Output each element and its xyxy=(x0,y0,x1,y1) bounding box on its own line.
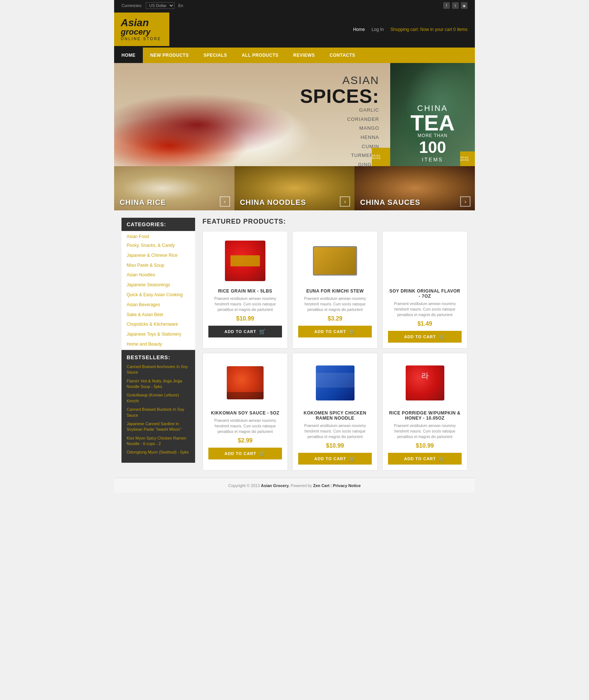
read-more-badge[interactable]: READ MORE xyxy=(372,148,390,166)
logo[interactable]: Asian grocery ONLINE STORE xyxy=(114,13,169,46)
top-bar-left: Currencies: US Dollar En xyxy=(121,2,183,9)
spice-coriander: CORIANDER xyxy=(300,115,379,124)
header-nav-top: Home Log In Shopping cart: Now in your c… xyxy=(353,27,468,32)
main-nav: HOME NEW PRODUCTS SPECIALS ALL PRODUCTS … xyxy=(114,48,475,63)
bestsellers-section: BESTSELLERS: Canned Braised Anchovies In… xyxy=(121,350,195,463)
top-bar: Currencies: US Dollar En f t ◆ xyxy=(114,0,475,11)
product-price-3: $1.49 xyxy=(388,321,462,327)
cat-tile-rice[interactable]: CHINA RICE › xyxy=(114,166,234,210)
product-price-4: $2.99 xyxy=(208,437,282,444)
product-name-4: KIKKOMAN SOY SAUCE - 5OZ xyxy=(208,410,282,416)
currencies-label: Currencies: xyxy=(121,3,142,8)
facebook-icon[interactable]: f xyxy=(443,2,450,9)
product-img-area-6: 라 xyxy=(388,359,462,407)
logo-line3: ONLINE STORE xyxy=(121,37,161,41)
sidebar-item-miso[interactable]: Miso Paste & Soup xyxy=(121,260,195,270)
home-link[interactable]: Home xyxy=(353,27,365,32)
bestseller-2[interactable]: Flamin' Hot & Nutty Jinjja Jinjja Noodle… xyxy=(127,378,190,390)
product-desc-4: Praesent vestibulum aenean noummy hendre… xyxy=(208,418,282,434)
add-to-cart-btn-3[interactable]: ADD TO CART 🛒 xyxy=(388,331,462,343)
product-desc-2: Praesent vestibulum aenean noummy hendre… xyxy=(298,296,372,312)
header-right: Home Log In Shopping cart: Now in your c… xyxy=(353,27,468,32)
more-than-label: MORE THAN xyxy=(390,133,475,138)
sidebar-item-pocky[interactable]: Pocky, Snacks, & Candy xyxy=(121,241,195,251)
sidebar-item-toys[interactable]: Japanese Toys & Stationery xyxy=(121,329,195,339)
product-name-1: RICE GRAIN MIX - 5LBS xyxy=(208,288,282,294)
sidebar-item-seasonings[interactable]: Japanese Seasonings xyxy=(121,280,195,290)
product-desc-1: Praesent vestibulum aenean noummy hendre… xyxy=(208,296,282,312)
language-link[interactable]: En xyxy=(178,3,183,8)
category-tiles: CHINA RICE › CHINA NOODLES › CHINA SAUCE… xyxy=(114,166,475,210)
footer-separator: | xyxy=(331,483,332,488)
read-more-badge-tea[interactable]: READ MORE xyxy=(460,151,475,166)
spice-cumin: CUMIN xyxy=(300,142,379,151)
cart-icon-3: 🛒 xyxy=(439,334,445,340)
product-img-area-5 xyxy=(298,359,372,407)
product-price-1: $10.99 xyxy=(208,315,282,322)
spice-mango: MANGO xyxy=(300,124,379,133)
sidebar-item-home-beauty[interactable]: Home and Beauty xyxy=(121,339,195,349)
logo-line1: Asian xyxy=(121,18,149,28)
cat-tile-rice-arrow[interactable]: › xyxy=(220,196,230,207)
footer-copyright: Copyright © 2013 xyxy=(228,483,260,488)
cat-tile-noodles-arrow[interactable]: › xyxy=(340,196,350,207)
footer-privacy-link[interactable]: Privacy Notice xyxy=(333,483,361,488)
twitter-icon[interactable]: t xyxy=(452,2,459,9)
main-content: CATEGORIES: Asian Food Pocky, Snacks, & … xyxy=(114,210,475,478)
sidebar-item-chopsticks[interactable]: Chopsticks & Kitchenware xyxy=(121,319,195,329)
sidebar-item-japanese-rice[interactable]: Japanese & Chinese Rice xyxy=(121,251,195,260)
nav-contacts[interactable]: CONTACTS xyxy=(322,48,363,63)
nav-all-products[interactable]: ALL PRODUCTS xyxy=(234,48,286,63)
nav-reviews[interactable]: REVIEWS xyxy=(286,48,322,63)
add-to-cart-btn-6[interactable]: ADD TO CART 🛒 xyxy=(388,453,462,465)
nav-specials[interactable]: SPECIALS xyxy=(196,48,234,63)
bestseller-5[interactable]: Japanese Canned Sardine in Soybean Paste… xyxy=(127,421,190,433)
product-img-area-2 xyxy=(298,237,372,285)
bestseller-7[interactable]: Odongtong Myon (Seafood) - 5pks xyxy=(127,449,190,455)
bestseller-6[interactable]: Kiss Myon Spicy Chicken Ramen Noodle - 6… xyxy=(127,435,190,447)
cat-tile-noodles-label: CHINA NOODLES xyxy=(240,198,306,207)
tea-label: TEA xyxy=(390,113,475,133)
currency-select[interactable]: US Dollar xyxy=(146,2,174,9)
footer-powered-by: Powered by xyxy=(290,483,312,488)
social-icons: f t ◆ xyxy=(443,2,468,9)
spice-henna: HENNA xyxy=(300,133,379,142)
spices-title: SPICES: xyxy=(300,87,379,106)
sidebar-item-sake[interactable]: Sake & Asian Beer xyxy=(121,310,195,320)
bestseller-4[interactable]: Canned Braised Burdock In Soy Sauce xyxy=(127,407,190,418)
add-to-cart-btn-4[interactable]: ADD TO CART 🛒 xyxy=(208,448,282,459)
product-card-5: KOKOMEN SPICY CHICKEN RAMEN NOODLE Praes… xyxy=(292,353,378,470)
logo-line2: grocery xyxy=(121,28,151,36)
product-img-area-1 xyxy=(208,237,282,285)
nav-new-products[interactable]: NEW PRODUCTS xyxy=(143,48,196,63)
product-card-4: KIKKOMAN SOY SAUCE - 5OZ Praesent vestib… xyxy=(202,353,288,470)
cat-tile-noodles[interactable]: CHINA NOODLES › xyxy=(234,166,355,210)
nav-home[interactable]: HOME xyxy=(114,48,143,63)
cat-tile-sauces-arrow[interactable]: › xyxy=(460,196,470,207)
sidebar-item-noodles[interactable]: Asian Noodles xyxy=(121,270,195,280)
categories-section: CATEGORIES: Asian Food Pocky, Snacks, & … xyxy=(121,218,195,349)
product-card-1: RICE GRAIN MIX - 5LBS Praesent vestibulu… xyxy=(202,231,288,349)
add-to-cart-btn-2[interactable]: ADD TO CART 🛒 xyxy=(298,326,372,337)
bestseller-3[interactable]: Godutbaegi (Korean Lettuce) Kimchi xyxy=(127,392,190,404)
bestseller-1[interactable]: Canned Braised Anchovies In Soy Sauce xyxy=(127,364,190,375)
product-img-area-3 xyxy=(388,237,462,285)
rss-icon[interactable]: ◆ xyxy=(461,2,468,9)
product-name-6: RICE PORRIDGE W/PUMPKIN & HONEY - 10.05O… xyxy=(388,410,462,421)
cart-icon-2: 🛒 xyxy=(349,329,356,335)
hero-text-overlay: ASIAN SPICES: GARLIC CORIANDER MANGO HEN… xyxy=(300,74,379,166)
sidebar-item-quick-cooking[interactable]: Quick & Easy Asian Cooking xyxy=(121,290,195,300)
product-price-6: $10.99 xyxy=(388,442,462,449)
add-to-cart-btn-5[interactable]: ADD TO CART 🛒 xyxy=(298,453,372,465)
product-name-5: KOKOMEN SPICY CHICKEN RAMEN NOODLE xyxy=(298,410,372,421)
hero-spices-banner[interactable]: ASIAN SPICES: GARLIC CORIANDER MANGO HEN… xyxy=(114,63,390,166)
footer-zen-cart-link[interactable]: Zen Cart xyxy=(313,483,330,488)
hero-tea-banner[interactable]: CHINA TEA MORE THAN 100 ITEMS READ MORE xyxy=(390,63,475,166)
login-link[interactable]: Log In xyxy=(371,27,384,32)
add-to-cart-btn-1[interactable]: ADD TO CART 🛒 xyxy=(208,326,282,337)
cat-tile-sauces[interactable]: CHINA SAUCES › xyxy=(355,166,475,210)
footer-brand-link[interactable]: Asian Grocery. xyxy=(261,483,289,488)
product-name-3: SOY DRINK ORIGINAL FLAVOR - 7OZ xyxy=(388,288,462,299)
product-img-area-4 xyxy=(208,359,282,407)
sidebar-item-beverages[interactable]: Asian Beverages xyxy=(121,300,195,310)
